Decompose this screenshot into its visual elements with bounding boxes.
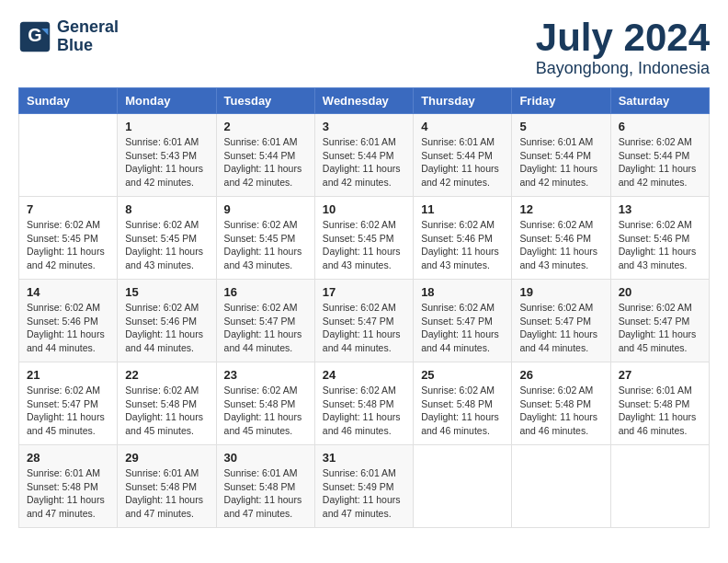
day-info: Sunrise: 6:02 AM Sunset: 5:45 PM Dayligh… <box>125 218 208 272</box>
header-col-monday: Monday <box>118 88 216 114</box>
day-number: 6 <box>619 120 701 133</box>
day-number: 30 <box>224 451 307 465</box>
day-info: Sunrise: 6:02 AM Sunset: 5:46 PM Dayligh… <box>421 218 504 272</box>
day-cell: 17Sunrise: 6:02 AM Sunset: 5:47 PM Dayli… <box>314 280 413 362</box>
day-cell: 25Sunrise: 6:02 AM Sunset: 5:48 PM Dayli… <box>414 362 512 445</box>
day-number: 25 <box>421 368 504 382</box>
week-row-4: 21Sunrise: 6:02 AM Sunset: 5:47 PM Dayli… <box>19 362 710 445</box>
day-info: Sunrise: 6:01 AM Sunset: 5:48 PM Dayligh… <box>27 466 109 521</box>
day-cell: 13Sunrise: 6:02 AM Sunset: 5:46 PM Dayli… <box>610 197 709 280</box>
day-info: Sunrise: 6:02 AM Sunset: 5:46 PM Dayligh… <box>125 301 208 355</box>
day-info: Sunrise: 6:02 AM Sunset: 5:46 PM Dayligh… <box>519 218 602 272</box>
day-number: 24 <box>323 368 405 382</box>
day-info: Sunrise: 6:01 AM Sunset: 5:44 PM Dayligh… <box>421 135 504 190</box>
day-info: Sunrise: 6:02 AM Sunset: 5:47 PM Dayligh… <box>323 301 405 355</box>
day-number: 16 <box>224 285 307 299</box>
day-info: Sunrise: 6:02 AM Sunset: 5:45 PM Dayligh… <box>323 218 405 272</box>
logo: G General Blue <box>18 18 119 55</box>
calendar-table: SundayMondayTuesdayWednesdayThursdayFrid… <box>18 87 710 528</box>
day-number: 27 <box>619 368 701 382</box>
header-col-saturday: Saturday <box>610 88 709 114</box>
day-info: Sunrise: 6:01 AM Sunset: 5:43 PM Dayligh… <box>125 135 208 190</box>
day-number: 17 <box>323 285 405 299</box>
day-number: 20 <box>619 285 701 299</box>
day-cell: 21Sunrise: 6:02 AM Sunset: 5:47 PM Dayli… <box>19 362 118 445</box>
day-cell: 29Sunrise: 6:01 AM Sunset: 5:48 PM Dayli… <box>118 445 216 528</box>
day-number: 12 <box>519 202 602 216</box>
day-info: Sunrise: 6:02 AM Sunset: 5:47 PM Dayligh… <box>27 384 109 438</box>
day-info: Sunrise: 6:01 AM Sunset: 5:49 PM Dayligh… <box>323 466 405 521</box>
day-cell: 1Sunrise: 6:01 AM Sunset: 5:43 PM Daylig… <box>118 114 216 197</box>
day-cell: 11Sunrise: 6:02 AM Sunset: 5:46 PM Dayli… <box>414 197 512 280</box>
day-number: 14 <box>27 285 109 299</box>
day-number: 19 <box>519 285 602 299</box>
logo-text: General Blue <box>57 18 119 55</box>
day-info: Sunrise: 6:02 AM Sunset: 5:46 PM Dayligh… <box>27 301 109 355</box>
day-number: 29 <box>125 451 208 465</box>
day-info: Sunrise: 6:01 AM Sunset: 5:48 PM Dayligh… <box>619 384 701 438</box>
day-info: Sunrise: 6:02 AM Sunset: 5:48 PM Dayligh… <box>323 384 405 438</box>
day-number: 18 <box>421 285 504 299</box>
day-number: 4 <box>421 120 504 133</box>
header-col-thursday: Thursday <box>414 88 512 114</box>
logo-icon: G <box>18 20 51 53</box>
day-number: 28 <box>27 451 109 465</box>
day-cell: 16Sunrise: 6:02 AM Sunset: 5:47 PM Dayli… <box>216 280 314 362</box>
day-cell <box>414 445 512 528</box>
day-number: 9 <box>224 202 307 216</box>
day-cell: 22Sunrise: 6:02 AM Sunset: 5:48 PM Dayli… <box>118 362 216 445</box>
week-row-1: 1Sunrise: 6:01 AM Sunset: 5:43 PM Daylig… <box>19 114 710 197</box>
day-cell: 7Sunrise: 6:02 AM Sunset: 5:45 PM Daylig… <box>19 197 118 280</box>
day-cell: 23Sunrise: 6:02 AM Sunset: 5:48 PM Dayli… <box>216 362 314 445</box>
day-number: 3 <box>323 120 405 133</box>
day-number: 5 <box>519 120 602 133</box>
day-info: Sunrise: 6:02 AM Sunset: 5:44 PM Dayligh… <box>619 135 701 190</box>
day-cell: 6Sunrise: 6:02 AM Sunset: 5:44 PM Daylig… <box>610 114 709 197</box>
day-cell: 4Sunrise: 6:01 AM Sunset: 5:44 PM Daylig… <box>414 114 512 197</box>
day-cell: 10Sunrise: 6:02 AM Sunset: 5:45 PM Dayli… <box>314 197 413 280</box>
day-info: Sunrise: 6:01 AM Sunset: 5:44 PM Dayligh… <box>224 135 307 190</box>
day-number: 13 <box>619 202 701 216</box>
month-title: July 2024 <box>536 18 710 57</box>
day-cell: 24Sunrise: 6:02 AM Sunset: 5:48 PM Dayli… <box>314 362 413 445</box>
day-cell: 31Sunrise: 6:01 AM Sunset: 5:49 PM Dayli… <box>314 445 413 528</box>
day-info: Sunrise: 6:02 AM Sunset: 5:47 PM Dayligh… <box>421 301 504 355</box>
day-info: Sunrise: 6:01 AM Sunset: 5:44 PM Dayligh… <box>323 135 405 190</box>
title-block: July 2024 Bayongbong, Indonesia <box>536 18 710 78</box>
day-cell: 8Sunrise: 6:02 AM Sunset: 5:45 PM Daylig… <box>118 197 216 280</box>
day-info: Sunrise: 6:02 AM Sunset: 5:45 PM Dayligh… <box>224 218 307 272</box>
day-cell: 3Sunrise: 6:01 AM Sunset: 5:44 PM Daylig… <box>314 114 413 197</box>
day-number: 15 <box>125 285 208 299</box>
day-number: 22 <box>125 368 208 382</box>
day-cell: 14Sunrise: 6:02 AM Sunset: 5:46 PM Dayli… <box>19 280 118 362</box>
day-info: Sunrise: 6:02 AM Sunset: 5:47 PM Dayligh… <box>519 301 602 355</box>
day-cell: 20Sunrise: 6:02 AM Sunset: 5:47 PM Dayli… <box>610 280 709 362</box>
day-cell: 30Sunrise: 6:01 AM Sunset: 5:48 PM Dayli… <box>216 445 314 528</box>
day-info: Sunrise: 6:01 AM Sunset: 5:48 PM Dayligh… <box>125 466 208 521</box>
week-row-5: 28Sunrise: 6:01 AM Sunset: 5:48 PM Dayli… <box>19 445 710 528</box>
day-cell: 26Sunrise: 6:02 AM Sunset: 5:48 PM Dayli… <box>512 362 610 445</box>
day-info: Sunrise: 6:02 AM Sunset: 5:48 PM Dayligh… <box>519 384 602 438</box>
calendar-header-row: SundayMondayTuesdayWednesdayThursdayFrid… <box>19 88 710 114</box>
day-info: Sunrise: 6:02 AM Sunset: 5:47 PM Dayligh… <box>619 301 701 355</box>
day-cell: 27Sunrise: 6:01 AM Sunset: 5:48 PM Dayli… <box>610 362 709 445</box>
page-header: G General Blue July 2024 Bayongbong, Ind… <box>18 18 710 78</box>
day-cell: 12Sunrise: 6:02 AM Sunset: 5:46 PM Dayli… <box>512 197 610 280</box>
day-cell: 15Sunrise: 6:02 AM Sunset: 5:46 PM Dayli… <box>118 280 216 362</box>
day-info: Sunrise: 6:02 AM Sunset: 5:48 PM Dayligh… <box>125 384 208 438</box>
day-info: Sunrise: 6:02 AM Sunset: 5:48 PM Dayligh… <box>224 384 307 438</box>
day-number: 11 <box>421 202 504 216</box>
day-info: Sunrise: 6:01 AM Sunset: 5:48 PM Dayligh… <box>224 466 307 521</box>
day-number: 21 <box>27 368 109 382</box>
day-number: 8 <box>125 202 208 216</box>
day-info: Sunrise: 6:01 AM Sunset: 5:44 PM Dayligh… <box>519 135 602 190</box>
day-cell <box>19 114 118 197</box>
day-number: 26 <box>519 368 602 382</box>
day-cell: 18Sunrise: 6:02 AM Sunset: 5:47 PM Dayli… <box>414 280 512 362</box>
day-number: 23 <box>224 368 307 382</box>
day-info: Sunrise: 6:02 AM Sunset: 5:48 PM Dayligh… <box>421 384 504 438</box>
day-number: 10 <box>323 202 405 216</box>
header-col-friday: Friday <box>512 88 610 114</box>
day-cell <box>512 445 610 528</box>
header-col-sunday: Sunday <box>19 88 118 114</box>
